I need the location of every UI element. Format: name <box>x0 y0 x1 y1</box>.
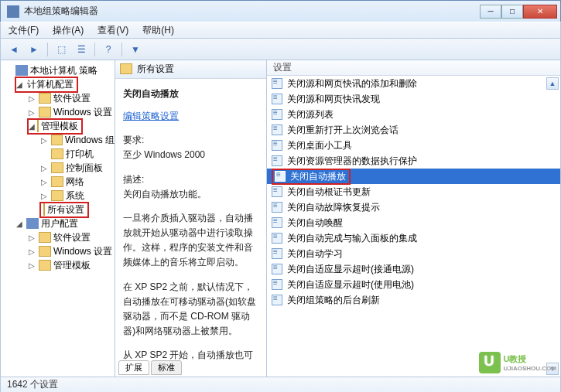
tab-standard[interactable]: 标准 <box>151 360 182 375</box>
setting-row[interactable]: 关闭自动故障恢复提示 <box>267 199 560 215</box>
folder-icon <box>39 232 51 243</box>
setting-label: 关闭自动播放 <box>290 170 346 183</box>
description-label: 描述: <box>123 172 258 187</box>
tree-computer-config[interactable]: ◢计算机配置 <box>1 77 115 91</box>
tree-u-software-settings[interactable]: ▷ 软件设置 <box>1 230 115 244</box>
watermark-icon <box>479 352 501 373</box>
tree-control-panel[interactable]: ▷ 控制面板 <box>1 161 115 175</box>
statusbar: 1642 个设置 <box>0 377 561 392</box>
setting-row[interactable]: 关闭自适应显示超时(使用电池) <box>267 277 560 292</box>
menu-file[interactable]: 文件(F) <box>5 22 42 39</box>
tree-admin-templates[interactable]: ◢管理模板 <box>1 119 115 133</box>
setting-label: 关闭自动完成与输入面板的集成 <box>287 232 417 245</box>
user-icon <box>26 218 39 229</box>
setting-row[interactable]: 关闭自动根证书更新 <box>267 184 560 199</box>
requirements-label: 要求: <box>123 133 258 148</box>
folder-icon <box>43 203 45 216</box>
policy-item-icon <box>272 124 282 135</box>
window-title: 本地组策略编辑器 <box>24 5 480 18</box>
watermark-text: U教授 <box>504 353 556 365</box>
tree-u-windows-settings[interactable]: ▷ Windows 设置 <box>1 244 115 258</box>
tree-user-config[interactable]: ◢ 用户配置 <box>1 216 115 230</box>
setting-label: 关闭桌面小工具 <box>287 139 352 152</box>
setting-row[interactable]: 关闭自动完成与输入面板的集成 <box>267 230 560 246</box>
policy-item-icon <box>272 78 282 89</box>
main-area: 本地计算机 策略 ◢计算机配置 ▷ 软件设置 ▷ Windows 设置 ◢管理模… <box>0 60 561 377</box>
watermark: U教授 UJIAOSHOU.COM <box>479 352 556 373</box>
tree-windows-components[interactable]: ▷ Windows 组 <box>1 133 115 147</box>
tree-root[interactable]: 本地计算机 策略 <box>1 63 115 77</box>
separator <box>94 43 95 56</box>
folder-icon <box>39 107 51 118</box>
folder-icon <box>37 120 39 132</box>
folder-icon <box>51 176 63 187</box>
setting-row[interactable]: 关闭桌面小工具 <box>267 138 560 153</box>
setting-label: 关闭自适应显示超时(使用电池) <box>287 278 414 291</box>
setting-row[interactable]: 关闭源和网页快讯发现 <box>267 91 560 107</box>
menu-view[interactable]: 查看(V) <box>94 22 132 39</box>
setting-row[interactable]: 关闭资源管理器的数据执行保护 <box>267 153 560 169</box>
setting-row[interactable]: 关闭自动播放 <box>267 169 560 184</box>
tree-network[interactable]: ▷ 网络 <box>1 175 115 189</box>
tree-label: 软件设置 <box>53 231 91 244</box>
policy-item-icon <box>272 217 282 228</box>
setting-label: 关闭自适应显示超时(接通电源) <box>287 263 414 276</box>
setting-label: 关闭源和网页快讯发现 <box>287 93 380 106</box>
tree-windows-settings[interactable]: ▷ Windows 设置 <box>1 105 115 119</box>
description-paragraph: 一旦将介质插入驱动器，自动播放就开始从驱动器中进行读取操作。这样，程序的安装文件… <box>123 211 258 271</box>
policy-item-icon <box>272 279 282 290</box>
up-button[interactable]: ⬚ <box>53 41 70 58</box>
tree-label: 用户配置 <box>41 217 78 230</box>
setting-row[interactable]: 关闭源列表 <box>267 107 560 122</box>
separator <box>121 43 122 56</box>
folder-icon <box>39 93 51 104</box>
tree-label: 计算机配置 <box>27 79 74 90</box>
tab-extended[interactable]: 扩展 <box>118 360 149 375</box>
tree-label: 网络 <box>66 176 84 189</box>
setting-label: 关闭自动唤醒 <box>287 216 343 230</box>
tree-label: 所有设置 <box>47 204 84 215</box>
tree-software-settings[interactable]: ▷ 软件设置 <box>1 91 115 105</box>
close-button[interactable]: ✕ <box>523 5 557 19</box>
forward-button[interactable]: ► <box>26 41 43 58</box>
back-button[interactable]: ◄ <box>5 41 22 58</box>
tree-all-settings[interactable]: 所有设置 <box>1 203 115 216</box>
filter-button[interactable]: ▼ <box>127 41 144 58</box>
settings-column-header[interactable]: 设置 <box>267 60 560 76</box>
policy-item-icon <box>272 155 282 166</box>
setting-row[interactable]: 关闭自适应显示超时(接通电源) <box>267 261 560 277</box>
setting-row[interactable]: 关闭重新打开上次浏览会话 <box>267 122 560 138</box>
menu-action[interactable]: 操作(A) <box>50 22 87 39</box>
minimize-button[interactable]: ─ <box>480 5 501 19</box>
policy-item-icon <box>272 94 282 104</box>
edit-policy-link[interactable]: 编辑策略设置 <box>123 109 179 124</box>
maximize-button[interactable]: □ <box>501 5 523 19</box>
tree-system[interactable]: ▷ 系统 <box>1 189 115 203</box>
policy-item-icon <box>272 264 282 274</box>
folder-icon <box>51 148 63 159</box>
help-button[interactable]: ? <box>100 41 117 58</box>
tree-printers[interactable]: 打印机 <box>1 147 115 161</box>
policy-item-icon <box>272 202 282 213</box>
tree-label: 管理模板 <box>53 259 91 272</box>
setting-row[interactable]: 关闭源和网页快讯的添加和删除 <box>267 76 560 91</box>
tree-label: 软件设置 <box>53 92 91 105</box>
setting-row[interactable]: 关闭组策略的后台刷新 <box>267 292 560 308</box>
setting-row[interactable]: 关闭自动学习 <box>267 246 560 261</box>
scroll-up-button[interactable]: ▲ <box>546 77 559 90</box>
setting-label: 关闭自动故障恢复提示 <box>287 201 380 214</box>
setting-row[interactable]: 关闭自动唤醒 <box>267 215 560 230</box>
settings-panel: 设置 关闭源和网页快讯的添加和删除关闭源和网页快讯发现关闭源列表关闭重新打开上次… <box>267 60 560 377</box>
setting-label: 关闭重新打开上次浏览会话 <box>287 124 399 137</box>
menu-help[interactable]: 帮助(H) <box>139 22 177 39</box>
policy-icon <box>15 65 28 76</box>
description-panel: 所有设置 关闭自动播放 编辑策略设置 要求: 至少 Windows 2000 描… <box>115 60 267 377</box>
description-paragraph: 在 XP SP2 之前，默认情况下，自动播放在可移动驱动器(如软盘驱动器，而不是… <box>123 280 258 339</box>
setting-label: 关闭组策略的后台刷新 <box>287 294 380 307</box>
tree-label: 控制面板 <box>66 162 103 175</box>
tree-u-admin-templates[interactable]: ▷ 管理模板 <box>1 258 115 272</box>
description-header: 所有设置 <box>115 60 266 79</box>
toolbar: ◄ ► ⬚ ☰ ? ▼ <box>0 39 561 60</box>
description-body: 关闭自动播放 编辑策略设置 要求: 至少 Windows 2000 描述: 关闭… <box>115 79 266 360</box>
show-hide-button[interactable]: ☰ <box>73 41 90 58</box>
